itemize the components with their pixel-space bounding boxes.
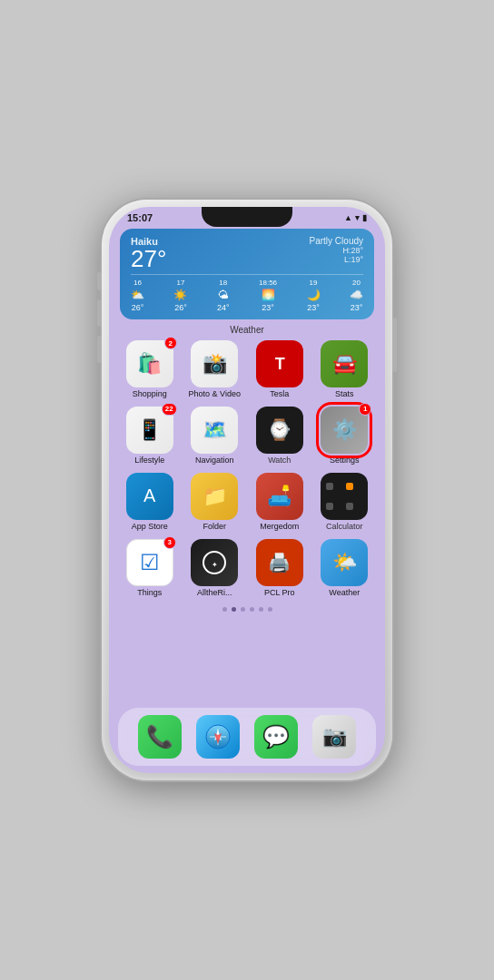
forecast-temp: 23°	[262, 303, 274, 312]
app-label-shopping: Shopping	[133, 390, 167, 399]
forecast-item: 17 ☀️ 26°	[173, 279, 187, 312]
app-folder[interactable]: 📁 Folder	[185, 473, 245, 532]
app-icon-settings: 1 ⚙️	[321, 407, 368, 454]
app-label-weather: Weather	[329, 589, 360, 598]
forecast-time: 18:56	[259, 279, 277, 287]
app-icon-stats: 🚘	[321, 340, 368, 387]
dock: 📞 💬 📷	[118, 708, 376, 766]
app-icon-alltheri: ✦	[191, 539, 238, 586]
forecast-temp: 24°	[217, 303, 230, 312]
dot-5[interactable]	[259, 607, 263, 612]
weather-widget[interactable]: Haiku 27° Partly Cloudy H:28° L:19° 16 ⛅…	[120, 229, 374, 319]
dot-2[interactable]	[232, 607, 236, 612]
signal-icon: ▲	[344, 213, 352, 222]
app-mergedom[interactable]: 🛋️ Mergedom	[250, 473, 310, 532]
forecast-item: 20 ☁️ 23°	[350, 279, 363, 312]
forecast-time: 18	[219, 279, 227, 287]
status-icons: ▲ ▾ ▮	[344, 213, 367, 222]
app-things[interactable]: 3 ☑ Things	[120, 539, 180, 598]
battery-icon: ▮	[362, 213, 367, 222]
app-icon-photo-video: 📸	[191, 340, 238, 387]
app-grid: 2 🛍️ Shopping 📸 Photo & Video T Tesla	[120, 340, 374, 598]
dock-phone[interactable]: 📞	[138, 715, 182, 759]
forecast-temp: 26°	[132, 303, 144, 312]
home-content: Haiku 27° Partly Cloudy H:28° L:19° 16 ⛅…	[109, 225, 385, 708]
dock-messages[interactable]: 💬	[254, 715, 298, 759]
forecast-time: 19	[310, 279, 318, 287]
app-label-alltheri: AlltheRi...	[197, 589, 232, 598]
app-watch[interactable]: ⌚ Watch	[250, 407, 310, 466]
forecast-icon: 🌅	[262, 289, 275, 301]
app-photo-video[interactable]: 📸 Photo & Video	[185, 340, 245, 399]
app-label-watch: Watch	[268, 456, 291, 466]
dock-camera[interactable]: 📷	[312, 715, 356, 759]
app-navigation[interactable]: 🗺️ Navigation	[185, 407, 245, 466]
dot-1[interactable]	[222, 607, 227, 612]
badge-settings: 1	[359, 403, 371, 416]
app-settings[interactable]: 1 ⚙️ Settings	[315, 407, 375, 466]
weather-city: Haiku	[131, 236, 166, 247]
app-label-settings: Settings	[330, 456, 360, 466]
weather-high: H:28°	[310, 246, 363, 255]
forecast-icon: ⛅	[131, 289, 144, 301]
weather-forecast: 16 ⛅ 26° 17 ☀️ 26° 18 🌤 24°	[131, 274, 363, 312]
power-button[interactable]	[392, 318, 397, 372]
app-icon-calculator	[321, 473, 368, 520]
forecast-time: 16	[133, 279, 142, 287]
notch	[202, 207, 292, 227]
badge-lifestyle: 22	[162, 403, 177, 416]
forecast-item: 18:56 🌅 23°	[259, 279, 277, 312]
weather-low: L:19°	[310, 255, 363, 264]
volume-up-button[interactable]	[97, 299, 102, 327]
forecast-time: 20	[352, 279, 361, 287]
dock-safari[interactable]	[196, 715, 240, 759]
forecast-icon: 🌤	[218, 289, 229, 301]
app-icon-pclpro: 🖨️	[256, 539, 303, 586]
badge-shopping: 2	[164, 337, 177, 349]
phone-screen: 15:07 ▲ ▾ ▮ Haiku 27° Partly Cloudy H:28…	[109, 207, 385, 773]
app-icon-tesla: T	[256, 340, 303, 387]
app-label-navigation: Navigation	[195, 456, 234, 466]
weather-widget-label: Weather	[120, 325, 374, 335]
forecast-icon: ☁️	[350, 289, 363, 301]
app-shopping[interactable]: 2 🛍️ Shopping	[120, 340, 180, 399]
forecast-time: 17	[177, 279, 185, 287]
app-alltheri[interactable]: ✦ AlltheRi...	[185, 539, 245, 598]
app-icon-shopping: 2 🛍️	[126, 340, 173, 387]
forecast-temp: 26°	[174, 303, 187, 312]
silent-switch[interactable]	[97, 272, 102, 290]
page-dots	[120, 603, 374, 615]
app-label-calculator: Calculator	[326, 523, 363, 532]
volume-down-button[interactable]	[97, 336, 102, 363]
app-weather[interactable]: 🌤️ Weather	[315, 539, 375, 598]
weather-condition: Partly Cloudy	[310, 236, 363, 246]
app-icon-weather: 🌤️	[321, 539, 368, 586]
app-calculator[interactable]: Calculator	[315, 473, 375, 532]
forecast-item: 18 🌤 24°	[217, 279, 230, 312]
forecast-item: 16 ⛅ 26°	[131, 279, 144, 312]
status-time: 15:07	[127, 212, 153, 223]
app-label-lifestyle: Lifestyle	[134, 456, 164, 466]
wifi-icon: ▾	[355, 213, 360, 222]
app-tesla[interactable]: T Tesla	[250, 340, 310, 399]
dot-6[interactable]	[268, 607, 272, 612]
forecast-temp: 23°	[307, 303, 320, 312]
phone-frame: 15:07 ▲ ▾ ▮ Haiku 27° Partly Cloudy H:28…	[102, 200, 392, 780]
app-icon-things: 3 ☑	[126, 539, 173, 586]
app-label-mergedom: Mergedom	[260, 523, 299, 532]
dot-4[interactable]	[250, 607, 254, 612]
app-icon-folder: 📁	[191, 473, 238, 520]
app-stats[interactable]: 🚘 Stats	[315, 340, 375, 399]
app-pclpro[interactable]: 🖨️ PCL Pro	[250, 539, 310, 598]
app-label-things: Things	[137, 589, 162, 598]
app-icon-lifestyle: 22 📱	[126, 407, 173, 454]
dot-3[interactable]	[241, 607, 245, 612]
app-icon-navigation: 🗺️	[191, 407, 238, 454]
app-label-appstore: App Store	[132, 523, 168, 532]
badge-things: 3	[163, 536, 176, 549]
app-appstore[interactable]: A App Store	[120, 473, 180, 532]
app-lifestyle[interactable]: 22 📱 Lifestyle	[120, 407, 180, 466]
app-label-tesla: Tesla	[270, 390, 289, 399]
app-icon-mergedom: 🛋️	[256, 473, 303, 520]
app-label-stats: Stats	[335, 390, 354, 399]
